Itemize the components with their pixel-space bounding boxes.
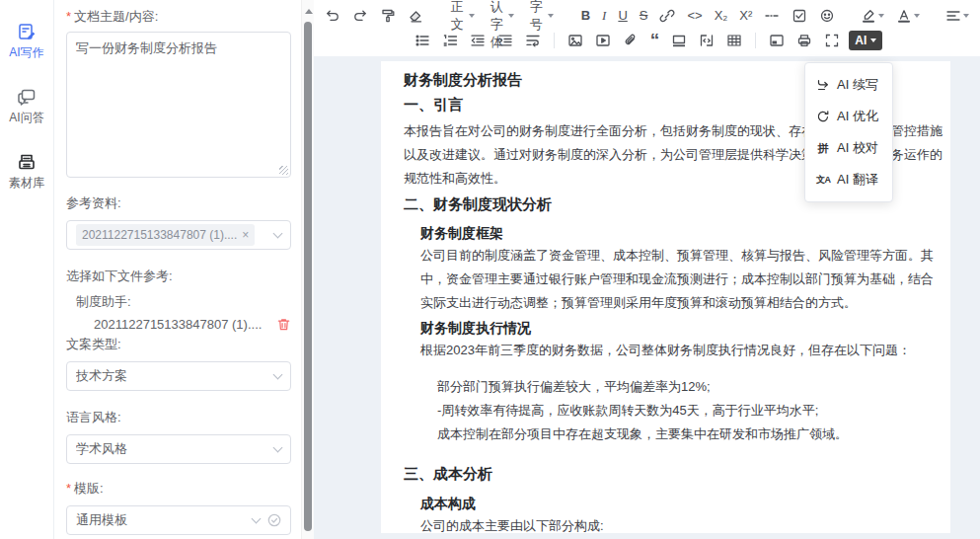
task-list-button[interactable] bbox=[789, 6, 810, 26]
superscript-button[interactable]: X² bbox=[736, 6, 755, 25]
insert-video-button[interactable] bbox=[592, 31, 614, 50]
file-reference-section-label: 选择如下文件参考: bbox=[66, 268, 291, 285]
clear-format-button[interactable] bbox=[405, 6, 426, 26]
horizontal-rule-button[interactable] bbox=[761, 6, 783, 26]
print-button[interactable] bbox=[793, 31, 815, 50]
editor-toolbar: 正文 默认字体 字号 B I U S <> X₂ X² bbox=[314, 0, 980, 57]
app-window: AI写作 AI问答 素材库 * 文档主题/内容: 写一份财务制度分析报告 参考资… bbox=[0, 0, 980, 539]
table-icon bbox=[726, 33, 742, 48]
chevron-down-icon bbox=[252, 513, 262, 523]
required-mark: * bbox=[66, 8, 71, 26]
bullet-list-icon bbox=[415, 33, 430, 48]
printer-icon bbox=[796, 33, 812, 48]
reference-label: 参考资料: bbox=[66, 194, 291, 212]
redo-button[interactable] bbox=[349, 6, 371, 26]
checkbox-icon bbox=[792, 8, 807, 24]
line-wrap-button[interactable] bbox=[522, 31, 544, 50]
doc-subheading: 财务制度框架 bbox=[404, 222, 942, 244]
divider-block-icon bbox=[671, 33, 687, 48]
file-group-label: 制度助手: bbox=[66, 293, 291, 311]
chat-bubbles-icon bbox=[17, 87, 37, 107]
tag-close-icon[interactable]: × bbox=[242, 228, 249, 242]
bold-button[interactable]: B bbox=[578, 6, 593, 25]
align-button[interactable] bbox=[942, 6, 972, 26]
ordered-list-icon bbox=[442, 33, 458, 48]
menu-item-ai-optimize[interactable]: AI 优化 bbox=[805, 101, 892, 132]
align-left-icon bbox=[945, 8, 961, 24]
chevron-down-icon bbox=[273, 442, 283, 452]
fullscreen-button[interactable] bbox=[821, 31, 843, 50]
caret-down-icon bbox=[878, 14, 884, 21]
sidebar-item-material-library[interactable]: 素材库 bbox=[9, 152, 44, 192]
doc-pencil-icon bbox=[17, 22, 37, 41]
generation-form-panel: * 文档主题/内容: 写一份财务制度分析报告 参考资料: 20211227151… bbox=[54, 0, 301, 539]
panel-scrollbar[interactable] bbox=[301, 0, 314, 539]
caret-down-icon bbox=[914, 14, 920, 21]
reference-file-row: 2021122715133847807 (1).... bbox=[66, 317, 291, 332]
outdent-button[interactable] bbox=[467, 31, 489, 50]
delete-file-icon[interactable] bbox=[276, 317, 291, 332]
highlight-color-button[interactable] bbox=[858, 6, 887, 26]
indent-button[interactable] bbox=[494, 31, 516, 50]
ai-translate-icon: 文A bbox=[816, 174, 830, 187]
template-select[interactable]: 通用模板 bbox=[66, 505, 291, 535]
font-color-button[interactable] bbox=[893, 6, 923, 26]
inline-code-button[interactable]: <> bbox=[684, 6, 705, 25]
insert-image-button[interactable] bbox=[565, 31, 586, 50]
copy-type-label: 文案类型: bbox=[66, 336, 291, 353]
reference-file-name: 2021122715133847807 (1).... bbox=[94, 317, 276, 332]
eraser-icon bbox=[408, 8, 423, 24]
doc-list-item: -周转效率有待提高，应收账款周转天数为45天，高于行业平均水平; bbox=[404, 399, 942, 423]
bullet-list-button[interactable] bbox=[412, 31, 433, 50]
language-style-select[interactable]: 学术风格 bbox=[66, 434, 291, 464]
scrollbar-thumb[interactable] bbox=[304, 22, 312, 531]
emoji-button[interactable] bbox=[816, 6, 838, 26]
image-icon bbox=[567, 33, 583, 48]
scroll-up-arrow-icon[interactable] bbox=[305, 5, 313, 14]
caret-down-icon bbox=[870, 38, 876, 45]
caret-down-icon bbox=[963, 14, 969, 21]
caret-down-icon bbox=[469, 14, 475, 21]
required-mark: * bbox=[66, 480, 71, 498]
nav-rail: AI写作 AI问答 素材库 bbox=[0, 0, 54, 539]
font-color-icon bbox=[896, 8, 912, 24]
highlighter-icon bbox=[861, 8, 876, 24]
attachment-button[interactable] bbox=[620, 31, 641, 50]
copy-type-select[interactable]: 技术方案 bbox=[66, 361, 291, 391]
ordered-list-button[interactable] bbox=[439, 31, 461, 50]
menu-item-ai-proofread[interactable]: 拼 AI 校对 bbox=[805, 132, 892, 164]
underline-button[interactable]: U bbox=[615, 6, 630, 25]
doc-paragraph: 公司的成本主要由以下部分构成: bbox=[404, 514, 942, 538]
editor-area: 正文 默认字体 字号 B I U S <> X₂ X² bbox=[314, 0, 980, 539]
sidebar-item-ai-writing[interactable]: AI写作 bbox=[9, 22, 43, 61]
menu-item-ai-continue[interactable]: AI 续写 bbox=[805, 69, 892, 101]
undo-icon bbox=[325, 8, 340, 24]
emoji-icon bbox=[819, 8, 835, 24]
doc-list-item: 部分部门预算执行偏差较大，平均偏差率为12%; bbox=[404, 375, 942, 399]
outdent-icon bbox=[470, 33, 486, 48]
link-button[interactable] bbox=[656, 6, 678, 26]
fullscreen-icon bbox=[824, 33, 840, 48]
undo-button[interactable] bbox=[322, 6, 343, 26]
archive-icon bbox=[17, 152, 37, 172]
format-painter-button[interactable] bbox=[377, 6, 399, 26]
menu-item-ai-translate[interactable]: 文A AI 翻译 bbox=[805, 164, 892, 195]
side-panel-button[interactable] bbox=[766, 31, 788, 50]
doc-heading: 三、成本分析 bbox=[404, 463, 942, 485]
strikethrough-button[interactable]: S bbox=[637, 6, 651, 25]
ai-tools-button[interactable]: AI bbox=[849, 31, 882, 50]
reference-select[interactable]: 2021122715133847807 (1).... × bbox=[66, 220, 291, 250]
ai-continue-icon bbox=[816, 78, 830, 92]
insert-table-button[interactable] bbox=[723, 31, 745, 50]
italic-button[interactable]: I bbox=[599, 6, 609, 26]
sidebar-item-ai-qa[interactable]: AI问答 bbox=[9, 87, 43, 126]
blockquote-button[interactable]: “ bbox=[647, 34, 663, 46]
caret-down-icon bbox=[508, 14, 514, 21]
doc-paragraph: 根据2023年前三季度的财务数据，公司整体财务制度执行情况良好，但存在以下问题： bbox=[404, 339, 942, 362]
divider-block-button[interactable] bbox=[668, 31, 690, 50]
code-block-button[interactable] bbox=[696, 31, 717, 50]
topic-input[interactable]: 写一份财务制度分析报告 bbox=[66, 32, 291, 178]
textarea-resize-handle[interactable] bbox=[279, 166, 288, 175]
caret-down-icon bbox=[548, 14, 554, 21]
subscript-button[interactable]: X₂ bbox=[712, 6, 731, 25]
